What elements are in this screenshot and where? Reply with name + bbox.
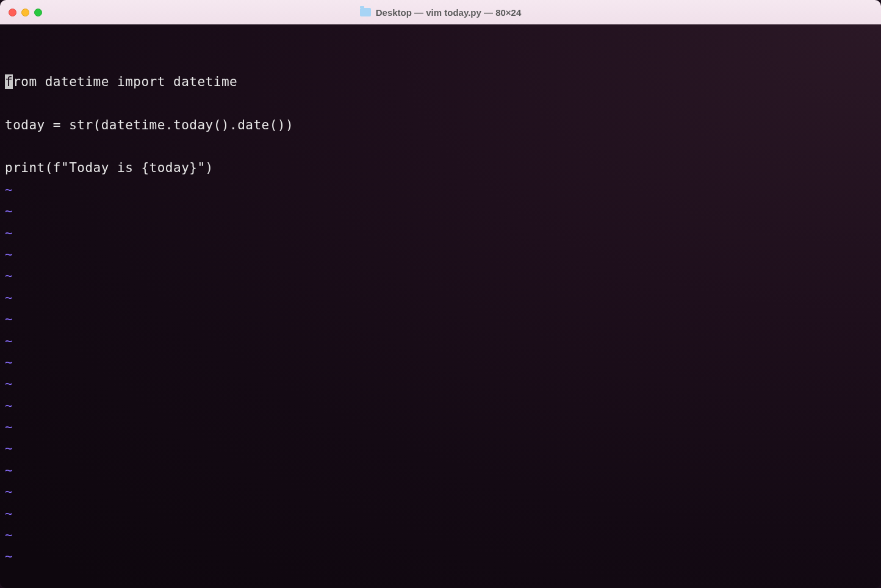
code-line[interactable]: from datetime import datetime bbox=[5, 71, 876, 93]
empty-line-tilde: ~ bbox=[5, 223, 876, 244]
empty-line-tilde: ~ bbox=[5, 287, 876, 309]
empty-line-tilde: ~ bbox=[5, 179, 876, 201]
terminal-body: from datetime import datetime today = st… bbox=[5, 71, 876, 588]
empty-line-tilde: ~ bbox=[5, 503, 876, 525]
close-icon[interactable] bbox=[9, 9, 16, 16]
window-title: Desktop — vim today.py — 80×24 bbox=[376, 7, 522, 18]
maximize-icon[interactable] bbox=[34, 9, 42, 16]
empty-line-tilde: ~ bbox=[5, 481, 876, 503]
titlebar[interactable]: Desktop — vim today.py — 80×24 bbox=[0, 0, 881, 24]
minimize-icon[interactable] bbox=[21, 9, 29, 16]
code-line[interactable]: today = str(datetime.today().date()) bbox=[5, 115, 876, 136]
terminal-window: Desktop — vim today.py — 80×24 from date… bbox=[0, 0, 881, 588]
empty-line-tilde: ~ bbox=[5, 460, 876, 481]
code-line[interactable]: print(f"Today is {today}") bbox=[5, 157, 876, 179]
empty-line-tilde: ~ bbox=[5, 373, 876, 395]
editor-buffer[interactable]: from datetime import datetime today = st… bbox=[5, 71, 876, 588]
cursor: f bbox=[5, 74, 13, 89]
empty-line-tilde: ~ bbox=[5, 201, 876, 222]
empty-line-tilde: ~ bbox=[5, 395, 876, 417]
empty-line-tilde: ~ bbox=[5, 309, 876, 330]
code-line[interactable] bbox=[5, 93, 876, 114]
terminal-viewport[interactable]: from datetime import datetime today = st… bbox=[0, 24, 881, 588]
code-line[interactable] bbox=[5, 136, 876, 157]
empty-line-tilde: ~ bbox=[5, 438, 876, 459]
empty-line-tilde: ~ bbox=[5, 352, 876, 373]
empty-line-tilde: ~ bbox=[5, 546, 876, 567]
window-title-wrap: Desktop — vim today.py — 80×24 bbox=[0, 7, 881, 18]
traffic-lights bbox=[9, 9, 42, 16]
empty-line-tilde: ~ bbox=[5, 244, 876, 265]
empty-line-tilde: ~ bbox=[5, 331, 876, 352]
empty-line-tilde: ~ bbox=[5, 417, 876, 438]
empty-line-tilde: ~ bbox=[5, 525, 876, 546]
folder-icon bbox=[360, 8, 371, 16]
empty-line-tilde: ~ bbox=[5, 265, 876, 287]
